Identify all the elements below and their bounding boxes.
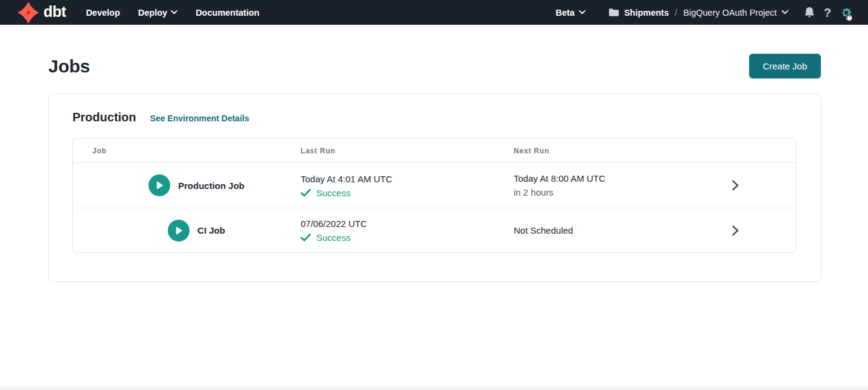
- nav-item-deploy-label: Deploy: [138, 8, 167, 18]
- check-icon: [301, 234, 311, 241]
- project-name: BigQuery OAuth Project: [683, 8, 777, 18]
- bottom-edge: [0, 387, 868, 390]
- project-breadcrumb[interactable]: Shipments / BigQuery OAuth Project: [608, 8, 788, 18]
- status-label: Success: [316, 188, 351, 198]
- breadcrumb-separator: /: [675, 8, 677, 18]
- nav-item-deploy[interactable]: Deploy: [138, 8, 177, 18]
- nav-item-documentation[interactable]: Documentation: [196, 8, 260, 18]
- help-button[interactable]: ?: [824, 7, 831, 19]
- environment-name: Production: [72, 110, 136, 124]
- column-header-last-run: Last Run: [301, 147, 514, 155]
- chevron-down-icon: [579, 10, 586, 14]
- account-name: Shipments: [624, 8, 669, 18]
- beta-dropdown[interactable]: Beta: [555, 8, 585, 18]
- chevron-right-icon[interactable]: [732, 180, 739, 191]
- last-run-time: 07/06/2022 UTC: [301, 218, 514, 230]
- create-job-button[interactable]: Create Job: [749, 54, 821, 78]
- column-header-next-run: Next Run: [514, 147, 675, 155]
- primary-nav: Develop Deploy Documentation: [86, 8, 259, 18]
- next-run-note: in 2 hours: [514, 187, 675, 199]
- play-icon: [155, 181, 164, 190]
- environment-card-header: Production See Environment Details: [72, 110, 796, 124]
- navbar-icon-group: ?: [804, 7, 852, 19]
- page-header: Jobs Create Job: [48, 54, 821, 78]
- top-navbar: dbt Develop Deploy Documentation Beta Sh…: [0, 0, 868, 25]
- dbt-logo-text: dbt: [43, 4, 66, 21]
- pointer-hand-cursor: [844, 12, 853, 22]
- dbt-logo[interactable]: dbt: [17, 1, 66, 24]
- see-environment-details-link[interactable]: See Environment Details: [150, 113, 249, 123]
- status-label: Success: [316, 232, 351, 243]
- environment-card: Production See Environment Details Job L…: [48, 94, 821, 282]
- job-name: CI Job: [197, 225, 225, 235]
- next-run-time: Not Scheduled: [514, 225, 675, 237]
- job-row-production[interactable]: Production Job Today At 4:01 AM UTC Succ…: [73, 163, 796, 208]
- bell-icon: [804, 7, 815, 18]
- settings-button[interactable]: [840, 7, 852, 19]
- run-job-play-button[interactable]: [148, 174, 170, 196]
- run-job-play-button[interactable]: [168, 220, 190, 241]
- last-run-time: Today At 4:01 AM UTC: [301, 173, 514, 185]
- dbt-logo-icon: [17, 1, 40, 24]
- jobs-table-header: Job Last Run Next Run: [73, 139, 796, 163]
- play-icon: [174, 226, 183, 235]
- check-icon: [301, 189, 311, 197]
- chevron-right-icon[interactable]: [732, 225, 739, 236]
- column-header-job: Job: [92, 147, 301, 155]
- job-row-ci[interactable]: CI Job 07/06/2022 UTC Success Not Schedu…: [73, 208, 796, 252]
- main-content: Jobs Create Job Production See Environme…: [0, 54, 868, 282]
- nav-item-develop[interactable]: Develop: [86, 8, 120, 18]
- last-run-status: Success: [301, 188, 514, 198]
- nav-item-develop-label: Develop: [86, 8, 120, 18]
- folder-icon: [608, 8, 619, 17]
- nav-item-documentation-label: Documentation: [196, 8, 260, 18]
- help-icon: ?: [824, 7, 831, 19]
- last-run-status: Success: [301, 232, 514, 243]
- job-name: Production Job: [178, 181, 244, 191]
- navbar-right: Beta Shipments / BigQuery OAuth Project: [555, 7, 852, 19]
- notifications-button[interactable]: [804, 7, 815, 18]
- jobs-table: Job Last Run Next Run Production Job Tod…: [72, 138, 796, 253]
- next-run-time: Today At 8:00 AM UTC: [514, 173, 675, 185]
- chevron-down-icon: [171, 10, 177, 14]
- page-title: Jobs: [48, 56, 90, 77]
- beta-label: Beta: [555, 8, 574, 18]
- chevron-down-icon: [782, 10, 788, 14]
